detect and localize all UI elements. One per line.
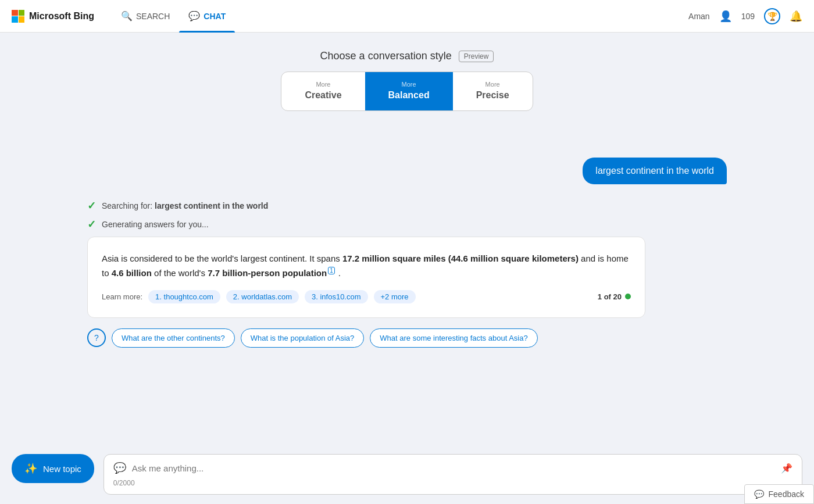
new-topic-label: New topic [43,464,81,474]
style-creative-button[interactable]: More Creative [281,72,365,110]
points-badge: 109 [741,12,755,21]
style-creative-sub: More [316,80,330,89]
points-value: 109 [741,12,755,21]
bell-icon[interactable]: 🔔 [790,10,802,23]
logo-green [19,10,25,16]
nav: 🔍 SEARCH 💬 CHAT [112,0,235,33]
microsoft-logo [12,10,24,23]
input-box: 💬 📌 0/2000 [103,454,802,495]
preview-badge: Preview [459,51,494,62]
learn-more-label: Learn more: [102,292,142,301]
style-balanced-button[interactable]: More Balanced [365,72,453,110]
chat-bubble-icon: 💬 [113,462,126,474]
user-message: largest continent in the world [87,158,727,184]
style-precise-sub: More [485,80,500,89]
char-count: 0/2000 [113,479,792,487]
style-balanced-label: Balanced [388,89,430,102]
nav-chat[interactable]: 💬 CHAT [179,0,235,33]
search-icon: 🔍 [121,10,133,22]
page-counter-text: 1 of 20 [598,292,622,301]
broom-icon: ✨ [24,462,37,475]
logo-red [12,10,18,16]
answer-superscript: 1 [328,267,335,274]
nav-chat-label: CHAT [204,12,226,21]
answer-text-mid2: of the world's [152,268,208,278]
source-link-2[interactable]: 2. worldatlas.com [226,290,299,303]
suggested-questions: ? What are the other continents? What is… [87,328,727,348]
logo-blue [12,16,18,23]
chat-nav-icon: 💬 [188,10,200,22]
generating-text: Generating answers for you... [102,220,209,229]
bottom-area: ✨ New topic 💬 📌 0/2000 [0,447,814,504]
status-generating-row: ✓ Generating answers for you... [87,218,727,231]
feedback-label: Feedback [769,489,804,499]
feedback-button[interactable]: 💬 Feedback [744,484,814,504]
search-status-text: Searching for: largest continent in the … [102,201,268,210]
page-counter: 1 of 20 [598,292,631,301]
feedback-icon: 💬 [754,489,764,499]
bot-response: ✓ Searching for: largest continent in th… [87,199,727,348]
green-dot [625,294,631,299]
learn-more-row: Learn more: 1. thoughtco.com 2. worldatl… [102,290,631,303]
answer-text: Asia is considered to be the world's lar… [102,251,631,281]
conversation-style-section: Choose a conversation style Preview More… [281,50,533,111]
suggestion-btn-1[interactable]: What are the other continents? [112,328,235,348]
style-buttons: More Creative More Balanced More Precise [281,72,533,111]
answer-text-before: Asia is considered to be the world's lar… [102,253,342,263]
check-icon-generate: ✓ [87,218,96,231]
nav-search[interactable]: 🔍 SEARCH [112,0,179,33]
header-right: Aman 👤 109 🏆 🔔 [688,8,802,24]
source-link-3[interactable]: 3. infos10.com [305,290,368,303]
style-title: Choose a conversation style [320,50,452,62]
question-icon: ? [87,328,106,347]
status-searching-row: ✓ Searching for: largest continent in th… [87,199,727,212]
logo-text: Microsoft Bing [29,11,94,22]
user-bubble: largest continent in the world [583,158,727,184]
style-precise-label: Precise [476,89,509,102]
suggestion-btn-3[interactable]: What are some interesting facts about As… [370,328,537,348]
input-row: 💬 📌 [113,462,792,474]
nav-search-label: SEARCH [136,12,170,21]
chat-input[interactable] [132,463,775,473]
check-icon-search: ✓ [87,199,96,212]
answer-bold1: 17.2 million square miles (44.6 million … [342,253,579,263]
more-sources[interactable]: +2 more [374,290,416,303]
pin-icon[interactable]: 📌 [781,463,792,474]
answer-bold3: 7.7 billion-person population [208,268,327,278]
style-creative-label: Creative [305,89,341,102]
logo: Microsoft Bing [12,10,94,23]
new-topic-button[interactable]: ✨ New topic [12,454,94,483]
answer-text-end: . [336,268,341,278]
logo-yellow [19,16,25,23]
header: Microsoft Bing 🔍 SEARCH 💬 CHAT Aman 👤 10… [0,0,814,33]
suggestion-btn-2[interactable]: What is the population of Asia? [241,328,365,348]
source-link-1[interactable]: 1. thoughtco.com [148,290,220,303]
answer-card: Asia is considered to be the world's lar… [87,237,645,318]
main-content: Choose a conversation style Preview More… [0,33,814,504]
style-title-row: Choose a conversation style Preview [320,50,494,62]
answer-bold2: 4.6 billion [112,268,152,278]
style-balanced-sub: More [402,80,416,89]
style-precise-button[interactable]: More Precise [453,72,533,110]
user-profile-icon[interactable]: 👤 [719,10,732,23]
trophy-icon[interactable]: 🏆 [764,8,780,24]
user-name: Aman [688,12,710,21]
chat-area: largest continent in the world ✓ Searchi… [87,158,727,348]
